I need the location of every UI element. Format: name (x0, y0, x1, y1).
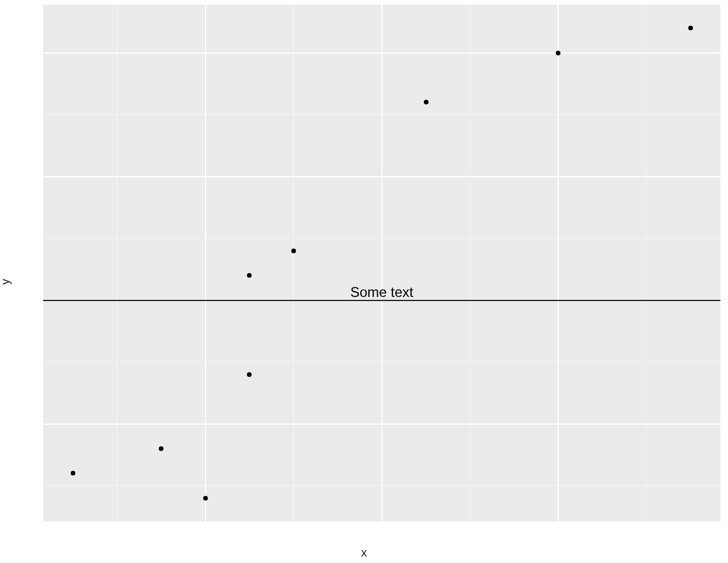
y-axis-title: y (0, 279, 12, 285)
grid-major-h (43, 53, 720, 54)
grid-major-v (381, 5, 382, 522)
grid-minor-v (470, 5, 471, 522)
x-axis-title: x (361, 546, 367, 559)
annotation-text: Some text (350, 284, 413, 300)
data-point (556, 51, 560, 55)
grid-major-h (43, 176, 720, 177)
data-point (247, 273, 252, 278)
grid-minor-v (646, 5, 647, 522)
grid-minor-v (293, 5, 294, 522)
data-point (203, 496, 208, 501)
plot-area: 481215202530Some text (43, 5, 720, 522)
data-point (71, 471, 75, 475)
grid-major-h (43, 424, 720, 425)
scatter-chart: y x 481215202530Some text (0, 0, 728, 563)
grid-minor-v (117, 5, 117, 522)
grid-major-v (205, 5, 206, 522)
data-point (424, 100, 429, 104)
data-point (688, 26, 693, 30)
data-point (291, 249, 296, 253)
data-point (247, 372, 252, 377)
data-point (159, 446, 163, 451)
grid-major-v (558, 5, 559, 522)
